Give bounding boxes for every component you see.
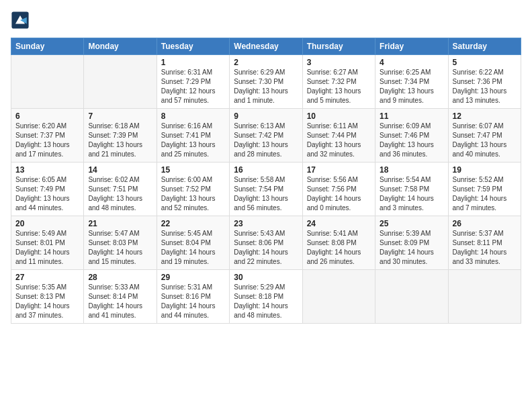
calendar-cell bbox=[84, 55, 157, 109]
day-info: Sunrise: 5:56 AM Sunset: 7:56 PM Dayligh… bbox=[307, 175, 371, 213]
day-number: 20 bbox=[15, 219, 79, 228]
day-info: Sunrise: 5:31 AM Sunset: 8:16 PM Dayligh… bbox=[161, 283, 225, 320]
day-info: Sunrise: 6:27 AM Sunset: 7:32 PM Dayligh… bbox=[307, 68, 371, 105]
day-number: 6 bbox=[15, 111, 79, 121]
calendar-cell: 27Sunrise: 5:35 AM Sunset: 8:13 PM Dayli… bbox=[11, 270, 84, 324]
calendar-week-row: 13Sunrise: 6:05 AM Sunset: 7:49 PM Dayli… bbox=[11, 163, 521, 216]
day-info: Sunrise: 6:25 AM Sunset: 7:34 PM Dayligh… bbox=[380, 68, 443, 105]
day-info: Sunrise: 6:13 AM Sunset: 7:42 PM Dayligh… bbox=[234, 122, 298, 159]
calendar-cell bbox=[448, 270, 521, 324]
day-info: Sunrise: 6:31 AM Sunset: 7:29 PM Dayligh… bbox=[161, 68, 225, 105]
calendar-cell: 13Sunrise: 6:05 AM Sunset: 7:49 PM Dayli… bbox=[11, 163, 84, 216]
day-number: 30 bbox=[234, 273, 298, 282]
day-number: 15 bbox=[161, 165, 225, 175]
calendar-cell: 14Sunrise: 6:02 AM Sunset: 7:51 PM Dayli… bbox=[84, 163, 157, 216]
day-number: 19 bbox=[453, 165, 517, 175]
calendar-week-row: 1Sunrise: 6:31 AM Sunset: 7:29 PM Daylig… bbox=[11, 55, 521, 109]
calendar-day-header: Monday bbox=[84, 38, 157, 55]
calendar-cell: 1Sunrise: 6:31 AM Sunset: 7:29 PM Daylig… bbox=[157, 55, 229, 109]
day-number: 7 bbox=[88, 111, 152, 121]
day-info: Sunrise: 6:05 AM Sunset: 7:49 PM Dayligh… bbox=[15, 175, 79, 213]
day-info: Sunrise: 6:02 AM Sunset: 7:51 PM Dayligh… bbox=[88, 175, 152, 213]
day-number: 13 bbox=[15, 165, 79, 175]
calendar-cell: 6Sunrise: 6:20 AM Sunset: 7:37 PM Daylig… bbox=[11, 109, 84, 163]
calendar-cell: 7Sunrise: 6:18 AM Sunset: 7:39 PM Daylig… bbox=[84, 109, 157, 163]
day-number: 9 bbox=[234, 111, 298, 121]
calendar-cell: 15Sunrise: 6:00 AM Sunset: 7:52 PM Dayli… bbox=[157, 163, 229, 216]
calendar-cell bbox=[375, 270, 448, 324]
day-number: 21 bbox=[88, 219, 152, 228]
day-number: 1 bbox=[161, 58, 225, 67]
calendar-week-row: 20Sunrise: 5:49 AM Sunset: 8:01 PM Dayli… bbox=[11, 216, 521, 270]
calendar-cell: 8Sunrise: 6:16 AM Sunset: 7:41 PM Daylig… bbox=[157, 109, 229, 163]
calendar-cell: 19Sunrise: 5:52 AM Sunset: 7:59 PM Dayli… bbox=[448, 163, 521, 216]
calendar-cell: 5Sunrise: 6:22 AM Sunset: 7:36 PM Daylig… bbox=[448, 55, 521, 109]
day-info: Sunrise: 6:22 AM Sunset: 7:36 PM Dayligh… bbox=[453, 68, 517, 105]
calendar-day-header: Thursday bbox=[302, 38, 375, 55]
day-number: 4 bbox=[380, 58, 443, 67]
day-info: Sunrise: 5:52 AM Sunset: 7:59 PM Dayligh… bbox=[453, 175, 517, 213]
calendar-day-header: Wednesday bbox=[230, 38, 302, 55]
day-info: Sunrise: 5:37 AM Sunset: 8:11 PM Dayligh… bbox=[453, 229, 517, 267]
calendar-cell: 30Sunrise: 5:29 AM Sunset: 8:18 PM Dayli… bbox=[230, 270, 302, 324]
day-info: Sunrise: 6:11 AM Sunset: 7:44 PM Dayligh… bbox=[307, 122, 371, 159]
calendar-cell: 29Sunrise: 5:31 AM Sunset: 8:16 PM Dayli… bbox=[157, 270, 229, 324]
day-number: 3 bbox=[307, 58, 371, 67]
day-info: Sunrise: 6:07 AM Sunset: 7:47 PM Dayligh… bbox=[453, 122, 517, 159]
calendar-table: SundayMondayTuesdayWednesdayThursdayFrid… bbox=[11, 38, 521, 324]
day-info: Sunrise: 5:43 AM Sunset: 8:06 PM Dayligh… bbox=[234, 229, 298, 267]
logo-icon bbox=[11, 11, 30, 30]
day-number: 26 bbox=[453, 219, 517, 228]
day-info: Sunrise: 5:39 AM Sunset: 8:09 PM Dayligh… bbox=[380, 229, 443, 267]
day-number: 16 bbox=[234, 165, 298, 175]
day-info: Sunrise: 5:45 AM Sunset: 8:04 PM Dayligh… bbox=[161, 229, 225, 267]
day-number: 10 bbox=[307, 111, 371, 121]
calendar-cell: 26Sunrise: 5:37 AM Sunset: 8:11 PM Dayli… bbox=[448, 216, 521, 270]
day-info: Sunrise: 5:41 AM Sunset: 8:08 PM Dayligh… bbox=[307, 229, 371, 267]
day-info: Sunrise: 5:47 AM Sunset: 8:03 PM Dayligh… bbox=[88, 229, 152, 267]
calendar-week-row: 27Sunrise: 5:35 AM Sunset: 8:13 PM Dayli… bbox=[11, 270, 521, 324]
day-number: 17 bbox=[307, 165, 371, 175]
calendar-week-row: 6Sunrise: 6:20 AM Sunset: 7:37 PM Daylig… bbox=[11, 109, 521, 163]
day-number: 29 bbox=[161, 273, 225, 282]
day-number: 23 bbox=[234, 219, 298, 228]
day-info: Sunrise: 6:20 AM Sunset: 7:37 PM Dayligh… bbox=[15, 122, 79, 159]
logo bbox=[11, 11, 31, 30]
calendar-cell: 11Sunrise: 6:09 AM Sunset: 7:46 PM Dayli… bbox=[375, 109, 448, 163]
calendar-cell: 23Sunrise: 5:43 AM Sunset: 8:06 PM Dayli… bbox=[230, 216, 302, 270]
calendar-cell: 22Sunrise: 5:45 AM Sunset: 8:04 PM Dayli… bbox=[157, 216, 229, 270]
day-number: 24 bbox=[307, 219, 371, 228]
calendar-cell: 20Sunrise: 5:49 AM Sunset: 8:01 PM Dayli… bbox=[11, 216, 84, 270]
calendar-cell: 21Sunrise: 5:47 AM Sunset: 8:03 PM Dayli… bbox=[84, 216, 157, 270]
calendar-cell: 9Sunrise: 6:13 AM Sunset: 7:42 PM Daylig… bbox=[230, 109, 302, 163]
day-info: Sunrise: 6:09 AM Sunset: 7:46 PM Dayligh… bbox=[380, 122, 443, 159]
calendar-cell: 3Sunrise: 6:27 AM Sunset: 7:32 PM Daylig… bbox=[302, 55, 375, 109]
day-number: 22 bbox=[161, 219, 225, 228]
day-number: 27 bbox=[15, 273, 79, 282]
calendar-cell: 12Sunrise: 6:07 AM Sunset: 7:47 PM Dayli… bbox=[448, 109, 521, 163]
day-info: Sunrise: 6:18 AM Sunset: 7:39 PM Dayligh… bbox=[88, 122, 152, 159]
calendar-cell: 2Sunrise: 6:29 AM Sunset: 7:30 PM Daylig… bbox=[230, 55, 302, 109]
calendar-cell: 16Sunrise: 5:58 AM Sunset: 7:54 PM Dayli… bbox=[230, 163, 302, 216]
day-info: Sunrise: 5:49 AM Sunset: 8:01 PM Dayligh… bbox=[15, 229, 79, 267]
day-info: Sunrise: 5:29 AM Sunset: 8:18 PM Dayligh… bbox=[234, 283, 298, 320]
day-number: 25 bbox=[380, 219, 443, 228]
calendar-cell: 10Sunrise: 6:11 AM Sunset: 7:44 PM Dayli… bbox=[302, 109, 375, 163]
day-info: Sunrise: 6:00 AM Sunset: 7:52 PM Dayligh… bbox=[161, 175, 225, 213]
calendar-cell bbox=[302, 270, 375, 324]
day-info: Sunrise: 6:16 AM Sunset: 7:41 PM Dayligh… bbox=[161, 122, 225, 159]
calendar-day-header: Tuesday bbox=[157, 38, 229, 55]
calendar-cell bbox=[11, 55, 84, 109]
day-info: Sunrise: 5:33 AM Sunset: 8:14 PM Dayligh… bbox=[88, 283, 152, 320]
day-number: 18 bbox=[380, 165, 443, 175]
calendar-cell: 17Sunrise: 5:56 AM Sunset: 7:56 PM Dayli… bbox=[302, 163, 375, 216]
day-info: Sunrise: 6:29 AM Sunset: 7:30 PM Dayligh… bbox=[234, 68, 298, 105]
day-number: 2 bbox=[234, 58, 298, 67]
day-number: 11 bbox=[380, 111, 443, 121]
calendar-day-header: Sunday bbox=[11, 38, 84, 55]
day-number: 8 bbox=[161, 111, 225, 121]
calendar-cell: 18Sunrise: 5:54 AM Sunset: 7:58 PM Dayli… bbox=[375, 163, 448, 216]
header bbox=[11, 11, 521, 30]
day-number: 12 bbox=[453, 111, 517, 121]
page-container: SundayMondayTuesdayWednesdayThursdayFrid… bbox=[0, 0, 532, 330]
